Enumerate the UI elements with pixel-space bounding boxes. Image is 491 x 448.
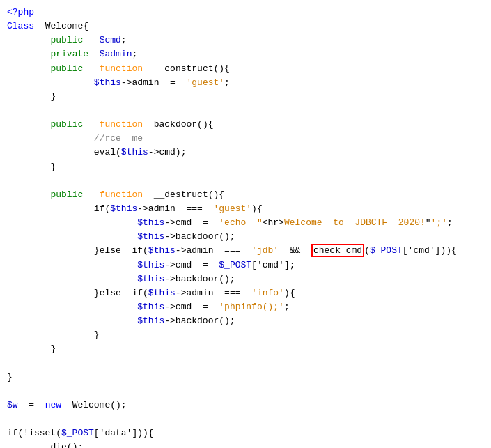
code-line-16: $this->cmd = 'echo "<hr>Welcome to JDBCT…: [7, 216, 484, 230]
code-line-1: <?php: [7, 6, 484, 20]
code-line-29: $w = new Welcome();: [7, 399, 484, 412]
highlight-check-cmd: check_cmd: [311, 244, 364, 257]
code-line-23: $this->backdoor();: [7, 314, 484, 328]
code-line-26: [7, 357, 484, 371]
code-viewer: <?php Class Welcome{ public $cmd; privat…: [0, 0, 491, 448]
code-line-18: }else if($this->admin === 'jdb' && check…: [7, 244, 484, 258]
code-line-8: [7, 104, 484, 118]
code-line-11: eval($this->cmd);: [7, 146, 484, 160]
code-line-32: die();: [7, 440, 484, 448]
code-line-4: private $admin;: [7, 47, 484, 61]
code-line-2: Class Welcome{: [7, 20, 484, 33]
code-line-15: if($this->admin === 'guest'){: [7, 202, 484, 216]
code-line-10: //rce me: [7, 132, 484, 146]
code-line-20: $this->backdoor();: [7, 272, 484, 286]
code-line-3: public $cmd;: [7, 33, 484, 47]
code-line-19: $this->cmd = $_POST['cmd'];: [7, 258, 484, 272]
code-line-5: public function __construct(){: [7, 62, 484, 76]
code-line-22: $this->cmd = 'phpinfo();';: [7, 300, 484, 314]
code-line-17: $this->backdoor();: [7, 230, 484, 244]
code-line-6: $this->admin = 'guest';: [7, 76, 484, 90]
code-line-24: }: [7, 328, 484, 342]
code-line-9: public function backdoor(){: [7, 118, 484, 132]
code-line-31: if(!isset($_POST['data'])){: [7, 426, 484, 440]
code-line-21: }else if($this->admin === 'info'){: [7, 286, 484, 300]
code-line-7: }: [7, 90, 484, 104]
code-line-27: }: [7, 371, 484, 385]
code-line-28: [7, 385, 484, 399]
code-line-12: }: [7, 160, 484, 174]
code-line-13: [7, 174, 484, 188]
code-line-25: }: [7, 342, 484, 356]
code-line-30: [7, 412, 484, 426]
code-line-14: public function __destruct(){: [7, 188, 484, 202]
